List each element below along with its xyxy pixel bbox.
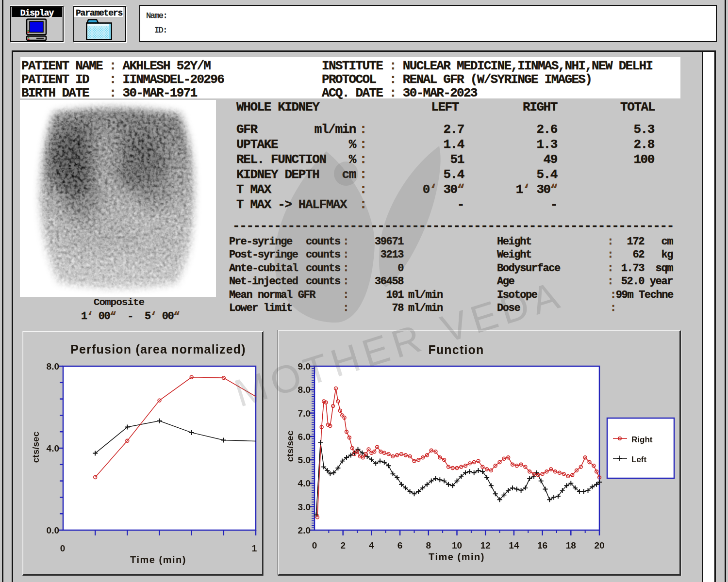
- svg-text:0: 0: [60, 543, 66, 553]
- svg-text:9.0: 9.0: [298, 361, 311, 372]
- svg-text:Time (min): Time (min): [130, 554, 186, 565]
- svg-text:Function: Function: [428, 343, 484, 356]
- svg-text:cts/sec: cts/sec: [31, 431, 41, 463]
- svg-text:2.0: 2.0: [298, 525, 311, 535]
- svg-text:2: 2: [340, 540, 346, 550]
- svg-text:4.0: 4.0: [47, 443, 59, 453]
- svg-text:8.0: 8.0: [298, 385, 311, 395]
- svg-text:3.0: 3.0: [298, 502, 311, 512]
- svg-text:4: 4: [369, 540, 374, 550]
- svg-text:20: 20: [594, 540, 604, 550]
- svg-text:Right: Right: [631, 435, 653, 444]
- svg-text:6: 6: [397, 540, 403, 550]
- svg-text:Perfusion (area normalized): Perfusion (area normalized): [70, 342, 246, 356]
- svg-text:10: 10: [452, 540, 462, 550]
- svg-text:7.0: 7.0: [298, 408, 311, 419]
- svg-text:Time (min): Time (min): [429, 551, 485, 562]
- svg-text:16: 16: [537, 540, 547, 550]
- svg-text:4.0: 4.0: [298, 478, 311, 488]
- svg-text:8: 8: [426, 540, 431, 550]
- svg-text:5.0: 5.0: [298, 455, 311, 465]
- svg-text:0: 0: [312, 540, 317, 550]
- svg-text:0.0: 0.0: [47, 525, 59, 535]
- svg-text:14: 14: [509, 540, 519, 550]
- svg-text:8.0: 8.0: [47, 361, 59, 372]
- svg-text:cts/sec: cts/sec: [285, 430, 295, 462]
- svg-text:6.0: 6.0: [298, 432, 311, 442]
- svg-text:18: 18: [566, 540, 576, 550]
- svg-text:1: 1: [252, 543, 257, 553]
- svg-text:Left: Left: [631, 455, 647, 464]
- svg-text:12: 12: [480, 540, 491, 550]
